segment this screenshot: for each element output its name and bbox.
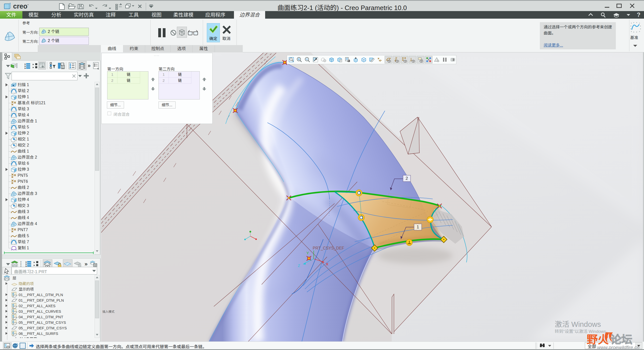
svg-text:1: 1 xyxy=(417,225,419,229)
svg-text:Z: Z xyxy=(298,263,300,268)
svg-text:2: 2 xyxy=(406,176,408,181)
svg-text:Y: Y xyxy=(306,251,309,255)
svg-text:www.proewildfire.cn: www.proewildfire.cn xyxy=(597,345,639,350)
svg-text:PRT_CSYS_DEF: PRT_CSYS_DEF xyxy=(313,246,344,251)
